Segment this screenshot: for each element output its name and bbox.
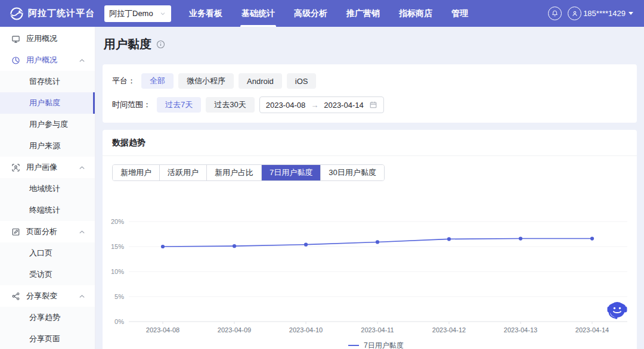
sidebar-group-用户概况[interactable]: 用户概况 (0, 49, 95, 71)
metric-tab-7日用户黏度[interactable]: 7日用户黏度 (261, 165, 320, 180)
date-start-value: 2023-04-08 (266, 101, 306, 110)
data-point[interactable] (161, 245, 165, 248)
user-portrait-icon (11, 163, 20, 172)
caret-down-icon (628, 12, 633, 15)
date-arrow-icon: → (311, 101, 318, 110)
data-point[interactable] (233, 244, 236, 248)
x-axis-label: 2023-04-13 (504, 326, 537, 334)
nav-item-高级分析[interactable]: 高级分析 (284, 0, 337, 27)
nav-item-基础统计[interactable]: 基础统计 (232, 0, 284, 27)
pie-chart-icon (11, 56, 20, 65)
filter-panel: 平台： 全部微信小程序AndroidiOS 时间范围： 过去7天过去30天 20… (103, 64, 637, 123)
x-axis-label: 2023-04-08 (146, 326, 179, 334)
data-point[interactable] (376, 240, 379, 244)
user-phone-label: 185****1429 (583, 9, 626, 18)
line-chart: 0%5%10%15%20%2023-04-082023-04-092023-04… (103, 187, 637, 349)
platform-chip-微信小程序[interactable]: 微信小程序 (178, 73, 234, 89)
y-axis-tick: 5% (114, 293, 124, 300)
calendar-icon (369, 101, 377, 109)
sidebar-group-label: 用户概况 (26, 55, 57, 66)
info-icon[interactable] (156, 40, 165, 49)
chevron-up-icon (78, 56, 86, 65)
nav-item-推广营销[interactable]: 推广营销 (337, 0, 389, 27)
y-axis-tick: 15% (111, 243, 124, 250)
y-axis-tick: 0% (114, 318, 124, 325)
metric-tab-新增用户[interactable]: 新增用户 (113, 165, 159, 180)
page-title: 用户黏度 (104, 36, 151, 52)
sidebar-item-终端统计[interactable]: 终端统计 (0, 200, 95, 221)
sidebar-group-label: 页面分析 (26, 226, 57, 237)
nav-item-管理[interactable]: 管理 (442, 0, 478, 27)
metric-tab-group: 新增用户活跃用户新用户占比7日用户黏度30日用户黏度 (112, 164, 385, 181)
sidebar-group-应用概况[interactable]: 应用概况 (0, 28, 95, 49)
data-point[interactable] (447, 237, 451, 241)
sidebar-item-留存统计[interactable]: 留存统计 (0, 71, 95, 92)
time-range-options: 过去7天过去30天 (157, 97, 255, 113)
metric-tab-新用户占比[interactable]: 新用户占比 (206, 165, 261, 180)
main-content: 用户黏度 平台： 全部微信小程序AndroidiOS 时间范围： 过去7天过去3… (95, 27, 644, 349)
date-end-value: 2023-04-14 (324, 101, 364, 110)
y-axis-tick: 20% (111, 218, 124, 225)
sidebar-item-用户黏度[interactable]: 用户黏度 (0, 92, 95, 114)
time-chip-过去7天[interactable]: 过去7天 (157, 97, 201, 113)
metric-tab-30日用户黏度[interactable]: 30日用户黏度 (320, 165, 383, 180)
data-point[interactable] (590, 236, 594, 240)
time-range-label: 时间范围： (112, 99, 151, 110)
data-point[interactable] (304, 243, 308, 247)
user-account-menu[interactable]: 185****1429 (568, 7, 633, 20)
sidebar-group-页面分析[interactable]: 页面分析 (0, 221, 95, 242)
customer-service-button[interactable] (605, 298, 630, 323)
page-header: 用户黏度 (104, 36, 637, 52)
share-icon (11, 292, 20, 301)
y-axis-tick: 10% (111, 268, 124, 275)
brand-name: 阿拉丁统计平台 (28, 8, 95, 19)
chevron-up-icon (78, 228, 86, 236)
user-avatar-icon (568, 7, 581, 20)
primary-nav: 业务看板基础统计高级分析推广营销指标商店管理 (179, 0, 478, 27)
line-chart-svg: 0%5%10%15%20%2023-04-082023-04-092023-04… (103, 187, 637, 349)
sidebar-group-用户画像[interactable]: 用户画像 (0, 157, 95, 178)
platform-label: 平台： (112, 76, 135, 86)
platform-chip-Android[interactable]: Android (239, 73, 282, 89)
data-trend-card: 数据趋势 新增用户活跃用户新用户占比7日用户黏度30日用户黏度 0%5%10%1… (103, 130, 637, 349)
sidebar-item-入口页[interactable]: 入口页 (0, 242, 95, 264)
date-range-picker[interactable]: 2023-04-08 → 2023-04-14 (259, 96, 384, 113)
platform-filter-row: 平台： 全部微信小程序AndroidiOS (112, 73, 627, 89)
metric-tab-活跃用户[interactable]: 活跃用户 (159, 165, 206, 180)
x-axis-label: 2023-04-12 (432, 326, 466, 334)
sidebar-group-label: 应用概况 (26, 33, 57, 44)
chart-legend[interactable]: 7日用户黏度 (348, 341, 404, 349)
sidebar-item-受访页[interactable]: 受访页 (0, 264, 95, 285)
platform-options: 全部微信小程序AndroidiOS (141, 73, 316, 89)
top-navbar: 阿拉丁统计平台 阿拉丁Demo 业务看板基础统计高级分析推广营销指标商店管理 1… (0, 0, 644, 27)
nav-item-指标商店[interactable]: 指标商店 (389, 0, 442, 27)
brand-logo[interactable]: 阿拉丁统计平台 (10, 7, 95, 21)
x-axis-label: 2023-04-10 (289, 326, 323, 334)
legend-label: 7日用户黏度 (364, 341, 404, 349)
x-axis-label: 2023-04-14 (575, 326, 609, 334)
sidebar-item-用户来源[interactable]: 用户来源 (0, 135, 95, 157)
time-chip-过去30天[interactable]: 过去30天 (206, 97, 254, 113)
data-point[interactable] (519, 236, 522, 240)
sidebar-item-地域统计[interactable]: 地域统计 (0, 178, 95, 200)
monitor-icon (11, 35, 20, 43)
sidebar-group-label: 用户画像 (26, 162, 57, 173)
x-axis-label: 2023-04-11 (361, 326, 394, 334)
app-selector-value: 阿拉丁Demo (109, 8, 153, 19)
time-filter-row: 时间范围： 过去7天过去30天 2023-04-08 → 2023-04-14 (112, 96, 627, 113)
sidebar-nav: 应用概况用户概况留存统计用户黏度用户参与度用户来源用户画像地域统计终端统计页面分… (0, 27, 95, 349)
nav-item-业务看板[interactable]: 业务看板 (179, 0, 232, 27)
navbar-right: 185****1429 (548, 7, 633, 20)
chevron-up-icon (78, 163, 86, 172)
chevron-up-icon (78, 292, 86, 301)
sidebar-item-分享页面[interactable]: 分享页面 (0, 328, 95, 349)
notification-bell-icon[interactable] (548, 7, 562, 20)
sidebar-group-分享裂变[interactable]: 分享裂变 (0, 285, 95, 307)
platform-chip-iOS[interactable]: iOS (287, 73, 317, 89)
sidebar-item-分享趋势[interactable]: 分享趋势 (0, 307, 95, 328)
app-selector[interactable]: 阿拉丁Demo (104, 5, 171, 22)
aladdin-logo-icon (10, 7, 24, 21)
platform-chip-全部[interactable]: 全部 (141, 73, 174, 89)
sidebar-item-用户参与度[interactable]: 用户参与度 (0, 114, 95, 135)
sidebar-group-label: 分享裂变 (26, 291, 57, 301)
